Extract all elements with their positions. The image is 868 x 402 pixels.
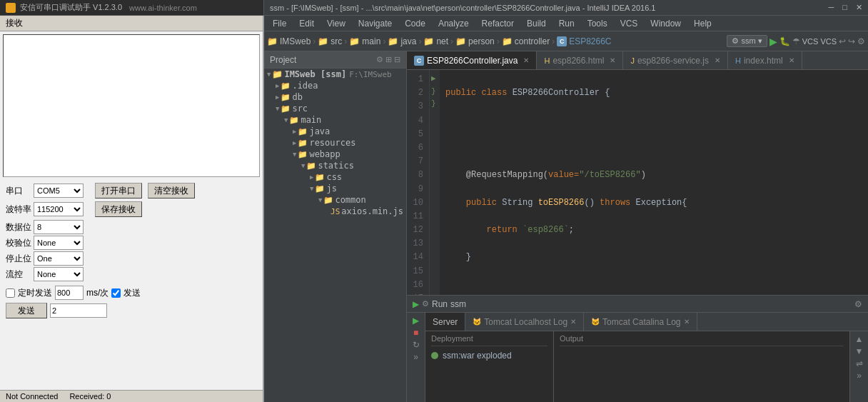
timer-send-checkbox[interactable] bbox=[6, 288, 15, 298]
tree-item-src[interactable]: ▼ 📁 src bbox=[264, 103, 406, 114]
flow-select[interactable]: None bbox=[34, 267, 84, 281]
tab2-close[interactable]: ✕ bbox=[610, 56, 615, 64]
close-btn[interactable]: ✕ bbox=[856, 3, 862, 12]
run-sidebar-stop[interactable]: ■ bbox=[413, 328, 418, 338]
undo-button[interactable]: ↩ bbox=[839, 36, 846, 46]
data-bits-select[interactable]: 8 bbox=[34, 220, 84, 234]
minimize-btn[interactable]: ─ bbox=[829, 3, 834, 12]
run-sidebar-more[interactable]: » bbox=[413, 352, 418, 362]
toolbar-run-config[interactable]: ⚙ ssm ▾ bbox=[727, 35, 767, 47]
menu-edit[interactable]: Edit bbox=[293, 17, 320, 30]
tree-item-resources[interactable]: ▶ 📁 resources bbox=[264, 137, 406, 149]
menu-file[interactable]: File bbox=[267, 17, 292, 30]
project-icon: 📁 bbox=[267, 36, 278, 46]
menu-window[interactable]: Window bbox=[645, 17, 687, 30]
bc-src-icon: 📁 bbox=[318, 36, 328, 46]
bc-imsweb[interactable]: IMSweb bbox=[280, 36, 311, 46]
tree-item-statics[interactable]: ▼ 📁 statics bbox=[264, 160, 406, 171]
run-header-icon2: ⚙ bbox=[422, 299, 429, 308]
tomcat-catalina-close[interactable]: ✕ bbox=[684, 318, 690, 326]
tomcat-localhost-close[interactable]: ✕ bbox=[570, 318, 576, 326]
bc-net[interactable]: net bbox=[436, 36, 448, 46]
tree-item-db[interactable]: ▶ 📁 db bbox=[264, 91, 406, 103]
tab-esp8266controller[interactable]: C ESP8266Controller.java ✕ bbox=[407, 51, 537, 69]
save-receive-button[interactable]: 保存接收 bbox=[95, 201, 142, 217]
bc-main[interactable]: main bbox=[362, 36, 380, 46]
parity-label: 校验位 bbox=[6, 237, 31, 249]
deployment-item[interactable]: ssm:war exploded bbox=[431, 349, 547, 362]
tomcat-catalina-icon: 🐱 bbox=[591, 318, 600, 326]
out-btn-more[interactable]: » bbox=[857, 371, 862, 381]
baud-select[interactable]: 115200 bbox=[34, 202, 84, 216]
clear-receive-button[interactable]: 清空接收 bbox=[148, 183, 195, 199]
send-button[interactable]: 发送 bbox=[6, 303, 47, 318]
out-btn-up[interactable]: ▲ bbox=[855, 334, 864, 344]
tree-item-root[interactable]: ▼ 📁 IMSweb [ssm] F:\IMSweb bbox=[264, 69, 406, 80]
menu-build[interactable]: Build bbox=[521, 17, 552, 30]
coverage-button[interactable]: ☂ bbox=[792, 36, 800, 46]
bc-src[interactable]: src bbox=[330, 36, 342, 46]
menu-vcs[interactable]: VCS bbox=[615, 17, 644, 30]
tree-item-axios[interactable]: JS axios.min.js bbox=[264, 206, 406, 217]
bc-java[interactable]: java bbox=[400, 36, 416, 46]
tree-item-webapp[interactable]: ▼ 📁 webapp bbox=[264, 149, 406, 160]
code-editor[interactable]: 1 2 3 4 5 6 7 8 9 10 11 12 13 14 bbox=[407, 70, 868, 295]
run-tab-server[interactable]: Server bbox=[425, 313, 465, 331]
run-button[interactable]: ▶ bbox=[769, 36, 777, 47]
hex-send-checkbox[interactable] bbox=[111, 288, 121, 298]
menu-analyze[interactable]: Analyze bbox=[433, 17, 475, 30]
stop-bits-select[interactable]: One bbox=[34, 251, 84, 266]
menu-tools[interactable]: Tools bbox=[582, 17, 613, 30]
project-tree-area[interactable]: ▼ 📁 IMSweb [ssm] F:\IMSweb ▶ 📁 .idea ▶ bbox=[264, 69, 406, 402]
tree-item-idea[interactable]: ▶ 📁 .idea bbox=[264, 80, 406, 91]
run-sidebar-play[interactable]: ▶ bbox=[413, 316, 419, 326]
run-tab-tomcat-localhost[interactable]: 🐱 Tomcat Localhost Log ✕ bbox=[465, 313, 584, 331]
maximize-btn[interactable]: □ bbox=[842, 3, 847, 12]
tab-esp8266html[interactable]: H esp8266.html ✕ bbox=[537, 51, 623, 69]
tab-esp8266service[interactable]: J esp8266-service.js ✕ bbox=[623, 51, 728, 69]
tree-db-label: db bbox=[292, 92, 302, 102]
out-btn-down[interactable]: ▼ bbox=[855, 346, 864, 356]
menu-navigate[interactable]: Navigate bbox=[353, 17, 398, 30]
parity-select[interactable]: None bbox=[34, 236, 84, 250]
send-input[interactable] bbox=[50, 303, 107, 318]
tab3-close[interactable]: ✕ bbox=[715, 56, 720, 64]
vcs-btn1[interactable]: VCS bbox=[802, 37, 819, 46]
vcs-btn2[interactable]: VCS bbox=[820, 37, 837, 46]
tab2-icon: H bbox=[544, 56, 550, 65]
tab-indexhtml[interactable]: H index.html ✕ bbox=[728, 51, 802, 69]
project-tree: Project ⚙ ⊞ ⊟ ▼ 📁 IMSweb [ssm] F:\IMSweb… bbox=[264, 51, 407, 402]
tree-item-common[interactable]: ▼ 📁 common bbox=[264, 194, 406, 206]
settings-button[interactable]: ⚙ bbox=[857, 36, 865, 46]
menu-help[interactable]: Help bbox=[688, 17, 717, 30]
tree-item-js[interactable]: ▼ 📁 js bbox=[264, 183, 406, 194]
tomcat-localhost-icon: 🐱 bbox=[473, 318, 481, 326]
code-line-7: } bbox=[445, 251, 862, 264]
open-port-button[interactable]: 打开串口 bbox=[95, 183, 142, 199]
status-bar: Not Connected Received: 0 bbox=[0, 390, 263, 402]
bc-esp8266c[interactable]: ESP8266C bbox=[569, 36, 611, 46]
menu-view[interactable]: View bbox=[321, 17, 351, 30]
code-content[interactable]: public class ESP8266Controller { @Reques… bbox=[440, 70, 868, 295]
run-tab-tomcat-catalina[interactable]: 🐱 Tomcat Catalina Log ✕ bbox=[584, 313, 697, 331]
port-label: 串口 bbox=[6, 185, 31, 197]
debug-button[interactable]: 🐛 bbox=[779, 36, 790, 46]
tree-item-css[interactable]: ▶ 📁 css bbox=[264, 171, 406, 183]
run-sidebar-reload[interactable]: ↻ bbox=[413, 340, 420, 350]
out-btn-wrap[interactable]: ⇌ bbox=[856, 358, 863, 368]
tomcat-catalina-label: Tomcat Catalina Log bbox=[602, 317, 680, 327]
bc-person[interactable]: person bbox=[468, 36, 495, 46]
bc-controller[interactable]: controller bbox=[515, 36, 550, 46]
tree-item-java[interactable]: ▶ 📁 java bbox=[264, 126, 406, 137]
run-settings-btn[interactable]: ⚙ bbox=[854, 299, 862, 309]
menu-run[interactable]: Run bbox=[553, 17, 580, 30]
tree-item-main[interactable]: ▼ 📁 main bbox=[264, 114, 406, 126]
ms-input[interactable] bbox=[55, 286, 84, 300]
menu-code[interactable]: Code bbox=[399, 17, 431, 30]
tab4-close[interactable]: ✕ bbox=[789, 56, 794, 64]
tab1-close[interactable]: ✕ bbox=[523, 56, 529, 64]
ij-title: ssm - [F:\IMSweb] - [ssm] - ...\src\main… bbox=[270, 4, 655, 12]
port-select[interactable]: COM5 bbox=[34, 184, 84, 198]
menu-refactor[interactable]: Refactor bbox=[476, 17, 520, 30]
redo-button[interactable]: ↪ bbox=[848, 36, 855, 46]
